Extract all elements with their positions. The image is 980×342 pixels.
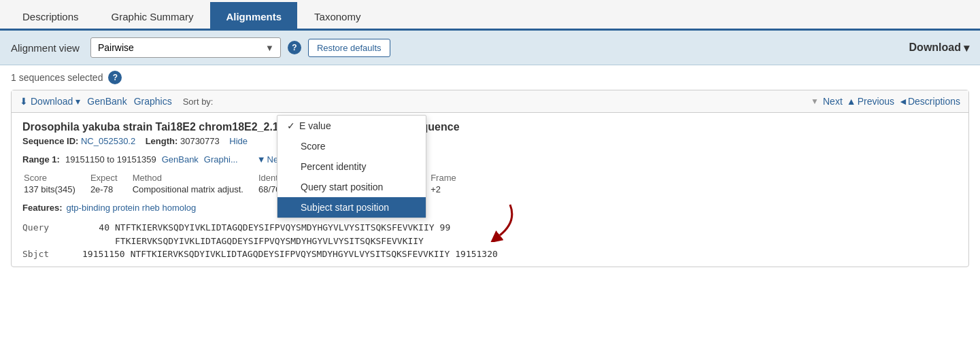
sequences-selected-bar: 1 sequences selected ?	[0, 65, 980, 90]
sort-by-label: Sort by:	[183, 97, 214, 107]
sequence-alignment: Query 40 NTFTKIERVKSQDYIVKLIDTAGQDEYSIFP…	[12, 218, 968, 267]
sort-option-percent-identity[interactable]: Percent identity	[277, 156, 426, 177]
sort-dropdown: ✓ E value Score Percent identity Query s…	[277, 115, 426, 218]
download-arrow-right: ▾	[964, 41, 969, 54]
query-sequence: NTFTKIERVKSQDYIVKLIDTAGQDEYSIFPVQYSMDYHG…	[115, 221, 435, 235]
alignment-view-bar: Alignment view Pairwise ▼ ? Restore defa…	[0, 31, 980, 65]
query-start: 40	[82, 221, 109, 235]
seq-id-label: Sequence ID:	[22, 136, 78, 146]
length-value: 30730773	[180, 136, 220, 146]
inner-toolbar: ⬇ Download ▾ GenBank Graphics Sort by: ✓…	[12, 90, 968, 113]
sbjct-row: Sbjct 19151150 NTFTKIERVKSQDYIVKLIDTAGQD…	[22, 247, 958, 261]
stats-header-expect: Expect	[90, 173, 131, 183]
sort-option-query-start[interactable]: Query start position	[277, 177, 426, 197]
tab-alignments[interactable]: Alignments	[210, 2, 297, 31]
sbjct-sequence: NTFTKIERVKSQDYIVKLIDTAGQDEYSIFPVQYSMDYHG…	[131, 247, 450, 261]
tab-taxonomy[interactable]: Taxonomy	[299, 2, 376, 31]
prev-nav-link[interactable]: ▲ Previous	[847, 96, 894, 107]
main-content-box: ⬇ Download ▾ GenBank Graphics Sort by: ✓…	[11, 90, 969, 267]
sbjct-start: 19151150	[82, 247, 125, 261]
restore-defaults-button[interactable]: Restore defaults	[308, 39, 390, 57]
stats-value-frame: +2	[430, 184, 470, 194]
mid-label	[22, 235, 77, 248]
prev-label: Previous	[858, 96, 894, 107]
hide-link[interactable]: Hide	[229, 136, 248, 146]
prev-arrow-icon: ▲	[847, 96, 856, 107]
features-row: Features: gtp-binding protein rheb homol…	[12, 200, 968, 218]
stats-header-method: Method	[133, 173, 257, 183]
sequence-title: Drosophila yakuba strain Tai18E2 chrom18…	[22, 121, 958, 133]
features-label: Features:	[22, 203, 63, 213]
alignment-help-icon[interactable]: ?	[288, 41, 301, 54]
query-label: Query	[22, 221, 77, 235]
genbank-link[interactable]: GenBank	[87, 96, 126, 107]
download-button-right[interactable]: Download ▾	[909, 41, 969, 54]
seq-bar-help-icon[interactable]: ?	[108, 71, 122, 84]
inner-download-label: Download	[31, 96, 73, 107]
query-row: Query 40 NTFTKIERVKSQDYIVKLIDTAGQDEYSIFP…	[22, 221, 958, 235]
toolbar-right-nav: ▼ Next ▲ Previous ◄Descriptions	[811, 96, 960, 107]
check-icon: ✓	[287, 120, 295, 131]
range-label: Range 1:	[22, 154, 60, 165]
length-label: Length:	[146, 136, 178, 146]
tab-graphic-summary[interactable]: Graphic Summary	[96, 2, 209, 31]
range-graphics-link[interactable]: Graphi...	[204, 154, 238, 165]
stats-value-score: 137 bits(345)	[24, 184, 89, 194]
inner-download-button[interactable]: ⬇ Download ▾	[20, 96, 80, 107]
sbjct-end: 19151320	[455, 247, 498, 261]
filter-icon: ▼	[811, 97, 819, 106]
mid-sequence: FTKIERVKSQDYIVKLIDTAGQDEYSIFPVQYSMDYHGYV…	[115, 235, 424, 248]
sort-option-score[interactable]: Score	[277, 136, 426, 156]
tabs-bar: Descriptions Graphic Summary Alignments …	[0, 0, 980, 31]
alignment-view-label: Alignment view	[11, 42, 80, 54]
descriptions-link[interactable]: ◄Descriptions	[898, 96, 960, 107]
mid-num	[82, 235, 109, 248]
next-nav-link[interactable]: Next	[823, 96, 843, 107]
sequences-selected-text: 1 sequences selected	[11, 72, 103, 83]
stats-header-frame: Frame	[430, 173, 470, 183]
mid-row: FTKIERVKSQDYIVKLIDTAGQDEYSIFPVQYSMDYHGYV…	[22, 235, 958, 248]
query-end: 99	[440, 221, 467, 235]
stats-table: Score Expect Method Identities Positives…	[22, 171, 958, 196]
download-icon: ⬇	[20, 96, 28, 107]
next-match-arrow: ▼	[257, 154, 266, 165]
alignment-view-select-wrapper: Pairwise ▼	[90, 37, 281, 58]
stats-value-expect: 2e-78	[90, 184, 131, 194]
sequence-header: Drosophila yakuba strain Tai18E2 chrom18…	[12, 113, 968, 149]
inner-download-arrow: ▾	[75, 96, 80, 107]
stats-value-method: Compositional matrix adjust.	[133, 184, 257, 194]
next-label: Next	[823, 96, 843, 107]
sequence-meta: Sequence ID: NC_052530.2 Length: 3073077…	[22, 136, 958, 146]
seq-title-part1: Drosophila yakuba strain Tai18E2 chrom	[22, 121, 232, 133]
sbjct-label: Sbjct	[22, 247, 77, 261]
download-label-right: Download	[909, 41, 961, 54]
alignment-view-select[interactable]: Pairwise	[90, 37, 281, 58]
sort-option-evalue[interactable]: ✓ E value	[277, 116, 426, 136]
range-bar: Range 1: 19151150 to 19151359 GenBank Gr…	[22, 154, 958, 165]
range-value: 19151150 to 19151359	[65, 154, 156, 165]
feature-link[interactable]: gtp-binding protein rheb homolog	[67, 203, 197, 213]
range-section: Range 1: 19151150 to 19151359 GenBank Gr…	[12, 149, 968, 167]
seq-id-link[interactable]: NC_052530.2	[81, 136, 135, 146]
sort-option-subject-start[interactable]: Subject start position	[277, 197, 426, 218]
stats-header-score: Score	[24, 173, 89, 183]
range-genbank-link[interactable]: GenBank	[162, 154, 199, 165]
tab-descriptions[interactable]: Descriptions	[7, 2, 95, 31]
graphics-link[interactable]: Graphics	[134, 96, 172, 107]
